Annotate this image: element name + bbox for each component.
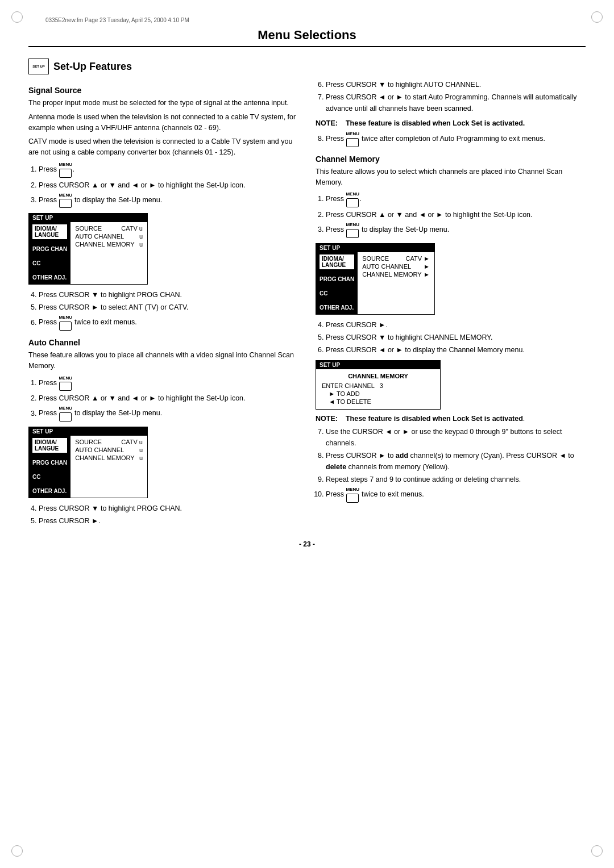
menu-autochan-label-1: AUTO CHANNEL (75, 233, 124, 240)
menu-label-4: MENU (59, 375, 72, 382)
right-auto-step-7: Press CURSOR ◄ or ► to start Auto Progra… (326, 91, 586, 114)
two-col-layout: Signal Source The proper input mode must… (28, 79, 586, 531)
menu-chanmem-value-2: u (139, 454, 143, 461)
menu-row-autochan-1: AUTO CHANNEL u (75, 232, 143, 240)
menu-autochan-value-1: u (139, 233, 143, 240)
right-menu-box-1: SET UP IDIOMA/LANGUE PROG CHAN CC OTHER … (316, 243, 435, 315)
auto-step-1: Press MENU (39, 375, 298, 392)
right-menu-box-1-right: SOURCE CATV ► AUTO CHANNEL ► CHANNEL MEM… (358, 252, 434, 314)
auto-step-4: Press CURSOR ▼ to highlight PROG CHAN. (39, 503, 298, 514)
corner-mark-bl (11, 845, 23, 857)
note-label-2: NOTE: (316, 415, 343, 423)
menu-item-idioma-1: IDIOMA/LANGUE (32, 224, 67, 239)
auto-channel-steps: Press MENU Press CURSOR ▲ or ▼ and ◄ or … (39, 375, 298, 423)
signal-step-2: Press CURSOR ▲ or ▼ and ◄ or ► to highli… (39, 180, 298, 191)
right-menu-autochan-value: ► (424, 263, 430, 270)
menu-item-otheradj-2: OTHER ADJ. (32, 487, 67, 495)
menu-label-5: MENU (59, 405, 72, 412)
right-menu-box-1-header: SET UP (316, 244, 434, 252)
cm-step-4: Press CURSOR ►. (326, 319, 586, 331)
menu-box-1-right: SOURCE CATV u AUTO CHANNEL u CHANNEL MEM… (70, 222, 147, 284)
right-menu-box-1-left: IDIOMA/LANGUE PROG CHAN CC OTHER ADJ. (316, 252, 358, 314)
right-auto-step-8: Press MENU twice after completion of Aut… (326, 131, 586, 148)
menu-btn-5 (59, 412, 72, 422)
right-column: Press CURSOR ▼ to highlight AUTO CHANNEL… (316, 79, 586, 531)
signal-step-6: Press MENU twice to exit menus. (39, 314, 298, 331)
signal-step-4: Press CURSOR ▼ to highlight PROG CHAN. (39, 289, 298, 301)
auto-channel-steps-after: Press CURSOR ▼ to highlight PROG CHAN. P… (39, 503, 298, 527)
right-auto-step-6: Press CURSOR ▼ to highlight AUTO CHANNEL… (326, 79, 586, 90)
note-text-2: These feature is disabled when Lock Set … (346, 415, 525, 423)
signal-source-steps: Press MENU . Press CURSOR ▲ or ▼ and ◄ o… (39, 161, 298, 209)
right-menu-row-source: SOURCE CATV ► (362, 254, 430, 262)
menu-label-7: MENU (346, 191, 359, 198)
cm-enter-value: 3 (376, 382, 383, 389)
cm-enter-label: ENTER CHANNEL (322, 382, 375, 389)
note-label-1: NOTE: (316, 119, 343, 127)
signal-step-3: Press MENU to display the Set-Up menu. (39, 192, 298, 209)
menu-row-source-1: SOURCE CATV u (75, 224, 143, 232)
auto-channel-right-steps: Press CURSOR ▼ to highlight AUTO CHANNEL… (326, 79, 586, 114)
channel-memory-title: Channel Memory (316, 155, 586, 164)
menu-item-progchan-2: PROG CHAN (32, 458, 67, 467)
menu-row-chanmem-2: CHANNEL MEMORY u (75, 454, 143, 462)
menu-chanmem-value-1: u (139, 241, 143, 248)
setup-icon-label: SET UP (32, 65, 45, 68)
right-menu-item-otheradj: OTHER ADJ. (320, 303, 354, 312)
menu-source-value-1: CATV u (121, 225, 143, 232)
menu-item-otheradj-1: OTHER ADJ. (32, 273, 67, 282)
menu-box-1-body: IDIOMA/LANGUE PROG CHAN CC OTHER ADJ. SO… (29, 222, 147, 284)
signal-source-para3: CATV mode is used when the television is… (28, 136, 298, 158)
corner-mark-tl (11, 11, 23, 23)
menu-label-1: MENU (59, 161, 72, 169)
cm-step-6: Press CURSOR ◄ or ► to display the Chann… (326, 344, 586, 356)
menu-box-2-right: SOURCE CATV u AUTO CHANNEL u CHANNEL MEM… (70, 436, 147, 498)
cm-step-3: Press MENU to display the Set-Up menu. (326, 222, 586, 239)
setup-icon: SET UP (28, 59, 49, 74)
right-menu-chanmem-value: ► (424, 271, 430, 278)
corner-mark-tr (591, 11, 603, 23)
channel-memory-para1: This feature allows you to select which … (316, 166, 586, 188)
menu-btn-2 (59, 199, 72, 208)
auto-channel-title: Auto Channel (28, 338, 298, 347)
main-title: Menu Selections (28, 28, 586, 47)
cm-box-body: CHANNEL MEMORY ENTER CHANNEL 3 ► TO ADD … (316, 369, 440, 409)
cm-step-5: Press CURSOR ▼ to highlight CHANNEL MEMO… (326, 332, 586, 343)
cm-box-header: SET UP (316, 361, 440, 369)
right-menu-item-cc: CC (320, 289, 354, 298)
note-block-2: NOTE: These feature is disabled when Loc… (316, 414, 586, 423)
right-menu-item-progchan: PROG CHAN (320, 275, 354, 283)
channel-memory-steps: Press MENU . Press CURSOR ▲ or ▼ and ◄ o… (326, 191, 586, 239)
right-menu-chanmem-label: CHANNEL MEMORY (362, 271, 422, 278)
cm-box-title: CHANNEL MEMORY (322, 373, 434, 379)
menu-btn-6 (346, 138, 359, 147)
note-text-1: These feature is disabled when Lock Set … (346, 119, 525, 127)
menu-btn-4 (59, 382, 72, 391)
menu-item-cc-1: CC (32, 259, 67, 268)
cm-to-delete-row: ◄ TO DELETE (322, 398, 434, 406)
right-menu-autochan-label: AUTO CHANNEL (362, 263, 411, 270)
page-container: 0335E2new.fm Page 23 Tuesday, April 25, … (0, 0, 614, 868)
cm-step-9: Repeat steps 7 and 9 to continue adding … (326, 474, 586, 485)
cm-final-steps: Use the CURSOR ◄ or ► or use the keypad … (326, 426, 586, 503)
section-main-title: Set-Up Features (53, 61, 132, 73)
right-menu-box-1-body: IDIOMA/LANGUE PROG CHAN CC OTHER ADJ. SO… (316, 252, 434, 314)
menu-label-3: MENU (59, 314, 72, 322)
menu-btn-9 (346, 494, 359, 503)
left-menu-box-1: SET UP IDIOMA/LANGUE PROG CHAN CC OTHER … (28, 213, 148, 285)
cm-to-add-row: ► TO ADD (322, 390, 434, 398)
signal-step-5: Press CURSOR ► to select ANT (TV) or CAT… (39, 302, 298, 313)
menu-label-2: MENU (59, 192, 72, 199)
signal-step-1: Press MENU . (39, 161, 298, 178)
menu-box-1-left: IDIOMA/LANGUE PROG CHAN CC OTHER ADJ. (29, 222, 70, 284)
cm-step-1: Press MENU . (326, 191, 586, 208)
menu-box-2-left: IDIOMA/LANGUE PROG CHAN CC OTHER ADJ. (29, 436, 70, 498)
note-block-1: NOTE: These feature is disabled when Loc… (316, 119, 586, 127)
menu-btn-1 (59, 169, 72, 178)
cm-step-2: Press CURSOR ▲ or ▼ and ◄ or ► to highli… (326, 209, 586, 220)
menu-row-source-2: SOURCE CATV u (75, 438, 143, 446)
cm-step-10: Press MENU twice to exit menus. (326, 486, 586, 503)
menu-btn-3 (59, 322, 72, 331)
menu-item-idioma-2: IDIOMA/LANGUE (32, 438, 67, 453)
file-info: 0335E2new.fm Page 23 Tuesday, April 25, … (45, 17, 586, 23)
